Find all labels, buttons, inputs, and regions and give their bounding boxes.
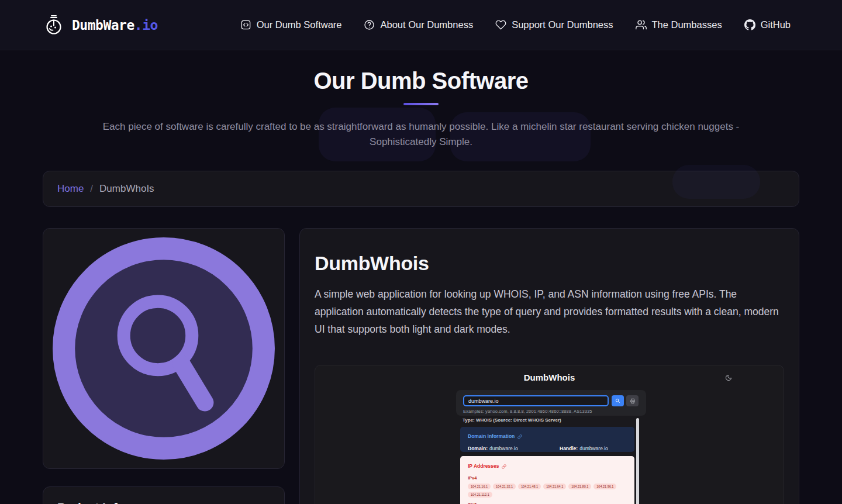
app-screenshot-preview: DumbWhois Examples: yahoo.com, 8.8 — [315, 365, 784, 504]
ipv4-pill: 104.21.32.1 — [493, 484, 516, 489]
nav-item-label: GitHub — [761, 19, 791, 30]
handle-field: Handle:dumbware.io — [560, 446, 608, 451]
lightbulb-logo-icon — [43, 14, 65, 36]
project-info-card: Project Info — [43, 486, 285, 504]
search-icon — [615, 398, 620, 403]
hero-glow-blob — [672, 165, 760, 199]
nav-item-label: Our Dumb Software — [257, 19, 342, 30]
ipv4-label: IPv4 — [468, 475, 627, 481]
github-icon — [744, 19, 755, 30]
left-column: Project Info — [43, 228, 285, 504]
preview-search-panel: Examples: yahoo.com, 8.8.8.8, 2001:4860:… — [456, 390, 646, 416]
preview-print-button — [626, 395, 639, 406]
nav-item-our-dumb-software[interactable]: Our Dumb Software — [240, 19, 342, 30]
nav-item-support-our-dumbness[interactable]: Support Our Dumbness — [495, 19, 613, 30]
brand-logo-link[interactable]: DumbWare.io — [43, 14, 158, 36]
project-description: A simple web application for looking up … — [315, 285, 784, 338]
project-info-title: Project Info — [57, 500, 270, 504]
ipv6-label: IPv6 — [468, 502, 627, 504]
ipv4-pill: 104.21.80.1 — [568, 484, 591, 489]
brand-name: DumbWare.io — [72, 18, 158, 33]
breadcrumb-current: DumbWhoIs — [99, 183, 154, 195]
preview-search-button — [612, 395, 624, 406]
preview-ip-panel: IP Addresses IPv4 104.21.16.1104.21.32.1… — [460, 456, 634, 504]
preview-scrollbar-thumb — [636, 418, 639, 504]
help-circle-icon — [364, 19, 375, 30]
brand-suffix: .io — [134, 18, 158, 33]
hero-section: Our Dumb Software Each piece of software… — [0, 50, 842, 150]
moon-icon — [725, 373, 732, 380]
navbar: DumbWare.io Our Dumb Software About Our … — [0, 0, 842, 50]
printer-icon — [630, 398, 636, 404]
ipv4-pill: 104.21.96.1 — [593, 484, 616, 489]
preview-result-type: Type: WHOIS (Source: Direct WHOIS Server… — [463, 417, 561, 423]
nav-item-label: The Dumbasses — [652, 19, 722, 30]
breadcrumb-separator: / — [90, 183, 93, 195]
ipv4-pill: 104.21.16.1 — [468, 484, 491, 489]
code-icon — [240, 19, 251, 30]
preview-app-title: DumbWhois — [315, 365, 784, 382]
project-name: DumbWhois — [315, 252, 784, 275]
domain-field: Domain:dumbware.io — [468, 446, 560, 451]
heart-icon — [495, 19, 506, 30]
domain-section-title: Domain Information — [468, 433, 515, 439]
magnifier-project-icon — [51, 236, 277, 461]
nav-item-about-our-dumbness[interactable]: About Our Dumbness — [364, 19, 473, 30]
page-title: Our Dumb Software — [0, 68, 842, 94]
breadcrumb-home-link[interactable]: Home — [57, 183, 84, 195]
page-subtitle: Each piece of software is carefully craf… — [99, 119, 743, 150]
preview-search-input — [463, 395, 609, 406]
ip-section-title: IP Addresses — [468, 463, 499, 469]
nav-item-label: Support Our Dumbness — [512, 19, 613, 30]
link-icon — [517, 431, 522, 441]
ipv4-pill: 104.21.48.1 — [518, 484, 541, 489]
preview-domain-panel: Domain Information Domain:dumbware.io Ha… — [460, 427, 634, 452]
project-icon-card — [43, 228, 285, 469]
nav-item-the-dumbasses[interactable]: The Dumbasses — [636, 19, 722, 30]
ipv4-pill-list: 104.21.16.1104.21.32.1104.21.48.1104.21.… — [468, 484, 621, 498]
link-icon — [502, 461, 506, 471]
nav-links: Our Dumb Software About Our Dumbness Sup… — [240, 19, 791, 30]
ipv4-pill: 104.21.64.1 — [543, 484, 566, 489]
title-underline — [403, 103, 439, 105]
ipv4-pill: 104.21.112.1 — [468, 492, 492, 498]
users-icon — [636, 19, 647, 30]
nav-item-github[interactable]: GitHub — [744, 19, 791, 30]
nav-item-label: About Our Dumbness — [380, 19, 473, 30]
preview-examples-text: Examples: yahoo.com, 8.8.8.8, 2001:4860:… — [463, 409, 639, 414]
project-detail-card: DumbWhois A simple web application for l… — [299, 228, 799, 504]
